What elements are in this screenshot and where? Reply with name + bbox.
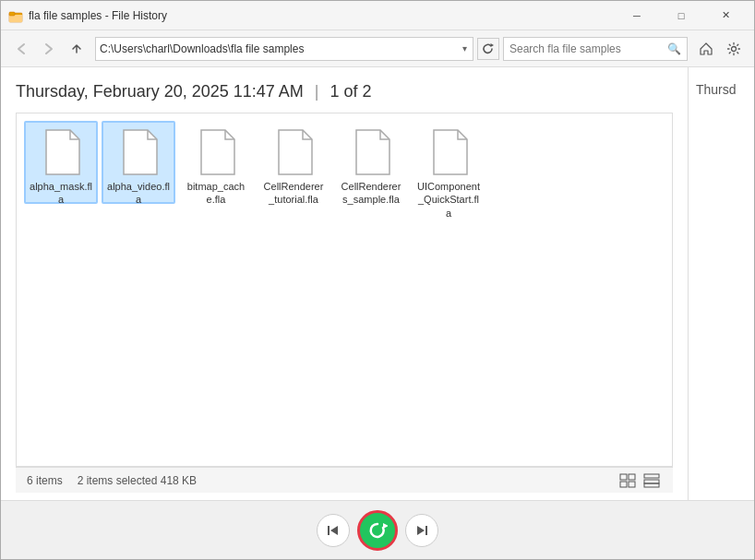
svg-marker-13 (330, 526, 338, 535)
view-controls (617, 471, 662, 490)
settings-button[interactable] (721, 36, 747, 62)
address-chevron-icon[interactable]: ▾ (461, 43, 469, 54)
list-item[interactable]: CellRenderer_tutorial.fla (257, 121, 330, 204)
file-icon (428, 128, 469, 176)
close-button[interactable]: ✕ (704, 1, 747, 30)
file-name: CellRenderers_sample.fla (340, 180, 402, 207)
svg-marker-16 (417, 526, 425, 535)
window-controls: ─ □ ✕ (616, 1, 747, 30)
svg-rect-7 (620, 482, 627, 487)
content-area: Thursday, February 20, 2025 11:47 AM | 1… (1, 67, 754, 500)
main-panel: Thursday, February 20, 2025 11:47 AM | 1… (1, 67, 688, 500)
refresh-button[interactable] (477, 38, 499, 60)
maximize-button[interactable]: □ (660, 1, 702, 30)
file-icon (118, 128, 159, 176)
right-panel: Thursd (688, 67, 754, 500)
file-name: bitmap_cache.fla (185, 180, 247, 207)
home-button[interactable] (693, 36, 719, 62)
window-icon (8, 8, 23, 23)
up-button[interactable] (64, 36, 90, 62)
svg-rect-8 (629, 482, 635, 487)
large-icons-view-button[interactable] (641, 471, 662, 490)
svg-rect-11 (644, 483, 659, 487)
list-item[interactable]: bitmap_cache.fla (179, 121, 253, 204)
title-bar: fla file samples - File History ─ □ ✕ (1, 1, 754, 30)
status-bar: 6 items 2 items selected 418 KB (16, 467, 673, 493)
list-item[interactable]: CellRenderers_sample.fla (334, 121, 408, 204)
file-name: UIComponent_QuickStart.fla (417, 180, 480, 220)
svg-rect-9 (644, 474, 659, 478)
list-item[interactable]: alpha_mask.fla (24, 121, 98, 204)
list-item[interactable]: UIComponent_QuickStart.fla (412, 121, 485, 204)
file-grid-container[interactable]: alpha_mask.fla alpha_video.fla bitmap_ca… (16, 113, 673, 467)
file-icon (41, 128, 81, 176)
list-item[interactable]: alpha_video.fla (102, 121, 175, 204)
address-input[interactable] (100, 42, 461, 55)
svg-rect-5 (620, 474, 627, 480)
file-name: alpha_mask.fla (30, 180, 92, 207)
search-input[interactable] (509, 42, 667, 55)
file-icon (273, 128, 314, 176)
svg-rect-12 (328, 526, 330, 535)
file-grid: alpha_mask.fla alpha_video.fla bitmap_ca… (24, 121, 665, 204)
window-title: fla file samples - File History (29, 9, 616, 22)
items-count: 6 items (27, 474, 63, 487)
right-panel-date: Thursd (696, 82, 747, 97)
forward-button[interactable] (36, 36, 62, 62)
file-name: CellRenderer_tutorial.fla (262, 180, 325, 207)
window: fla file samples - File History ─ □ ✕ ▾ (0, 0, 755, 560)
svg-rect-6 (629, 474, 635, 480)
svg-rect-2 (9, 12, 15, 16)
svg-marker-14 (383, 523, 388, 529)
toolbar: ▾ 🔍 (1, 30, 754, 67)
previous-button[interactable] (317, 514, 350, 547)
separator: | (315, 82, 319, 101)
svg-rect-15 (425, 526, 427, 535)
date-header: Thursday, February 20, 2025 11:47 AM | 1… (16, 82, 673, 101)
date-text: Thursday, February 20, 2025 11:47 AM (16, 82, 304, 101)
file-icon (351, 128, 391, 176)
address-bar[interactable]: ▾ (95, 37, 473, 61)
back-button[interactable] (8, 36, 34, 62)
page-info: 1 of 2 (330, 82, 372, 101)
details-view-button[interactable] (617, 471, 638, 490)
search-bar: 🔍 (503, 37, 688, 61)
next-button[interactable] (405, 514, 438, 547)
svg-rect-10 (644, 480, 659, 483)
selected-info: 2 items selected 418 KB (78, 474, 197, 487)
file-icon (196, 128, 236, 176)
address-bar-container: ▾ 🔍 (95, 37, 688, 61)
restore-button[interactable] (357, 510, 398, 551)
bottom-controls (1, 500, 754, 559)
search-icon[interactable]: 🔍 (667, 42, 681, 55)
minimize-button[interactable]: ─ (616, 1, 658, 30)
file-name: alpha_video.fla (107, 180, 170, 207)
svg-point-4 (732, 46, 737, 51)
svg-marker-3 (491, 43, 495, 47)
